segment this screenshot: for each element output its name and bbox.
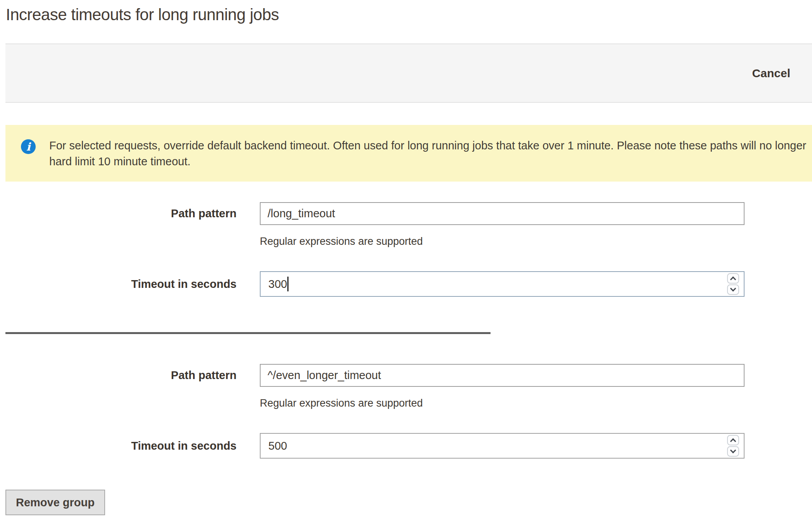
timeout-spinner-2 xyxy=(727,435,739,457)
timeout-settings-page: Increase timeouts for long running jobs … xyxy=(0,0,812,523)
toolbar: Cancel xyxy=(5,43,812,103)
path-pattern-input-1[interactable] xyxy=(260,202,745,225)
info-banner-line2: hard limit 10 minute timeout. xyxy=(49,154,806,170)
timeout-input-2[interactable]: 500 xyxy=(260,433,745,459)
text-caret xyxy=(287,277,289,291)
page-title: Increase timeouts for long running jobs xyxy=(6,4,279,26)
info-banner: i For selected requests, override defaul… xyxy=(5,125,812,182)
remove-group-button[interactable]: Remove group xyxy=(5,490,105,515)
cancel-button[interactable]: Cancel xyxy=(752,67,790,80)
timeout-label-1: Timeout in seconds xyxy=(0,271,237,297)
info-banner-text: For selected requests, override default … xyxy=(49,138,806,170)
info-banner-line1: For selected requests, override default … xyxy=(49,138,806,154)
path-pattern-label-1: Path pattern xyxy=(0,202,237,225)
path-pattern-help-1: Regular expressions are supported xyxy=(260,234,423,249)
path-pattern-label-2: Path pattern xyxy=(0,364,237,387)
path-pattern-help-2: Regular expressions are supported xyxy=(260,395,423,411)
chevron-up-icon xyxy=(730,438,736,445)
spinner-down-button-2[interactable] xyxy=(727,446,739,457)
chevron-up-icon xyxy=(730,277,736,283)
timeout-value-2: 500 xyxy=(268,440,287,452)
timeout-value-1: 300 xyxy=(268,278,287,291)
info-icon: i xyxy=(21,139,36,154)
chevron-down-icon xyxy=(730,447,736,454)
timeout-input-1[interactable]: 300 xyxy=(260,271,745,297)
spinner-up-button-2[interactable] xyxy=(727,435,739,445)
spinner-up-button-1[interactable] xyxy=(727,273,739,284)
chevron-down-icon xyxy=(730,286,736,292)
group-divider xyxy=(5,332,491,334)
path-pattern-input-2[interactable] xyxy=(260,364,745,387)
spinner-down-button-1[interactable] xyxy=(727,284,739,295)
timeout-label-2: Timeout in seconds xyxy=(0,433,237,459)
timeout-spinner-1 xyxy=(727,273,739,295)
